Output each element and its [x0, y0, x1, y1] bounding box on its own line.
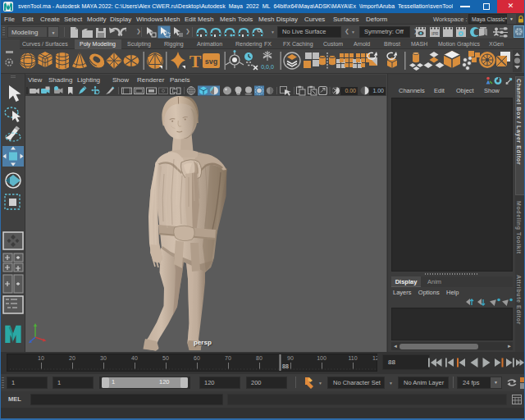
svg-text:100: 100	[317, 355, 326, 361]
svg-text:90: 90	[287, 355, 294, 361]
svg-text:svg: svg	[205, 57, 218, 66]
svg-text:88: 88	[282, 363, 289, 369]
svg-text:0,0,0: 0,0,0	[261, 64, 274, 70]
svg-text:10: 10	[38, 355, 44, 361]
svg-text:T: T	[189, 51, 202, 71]
svg-text:50: 50	[162, 355, 169, 361]
svg-text:IPR: IPR	[431, 31, 439, 36]
svg-text:60: 60	[194, 355, 200, 361]
svg-text:12: 12	[372, 355, 377, 361]
svg-text:110: 110	[348, 355, 357, 361]
svg-text:30: 30	[100, 355, 107, 361]
svg-text:20: 20	[69, 355, 75, 361]
svg-text:70: 70	[225, 355, 231, 361]
svg-text:40: 40	[131, 355, 138, 361]
svg-text:80: 80	[256, 355, 262, 361]
